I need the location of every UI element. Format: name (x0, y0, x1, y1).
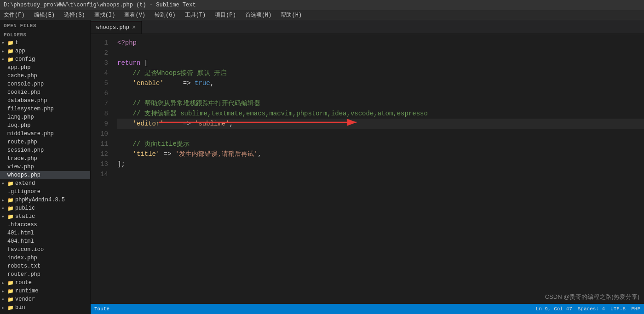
folder-vendor[interactable]: 📁 vendor (0, 295, 90, 303)
folder-config-label: config (15, 56, 35, 63)
title-bar: D:\phpstudy_pro\WWW\t\config\whoops.php … (0, 0, 644, 10)
arrow-route (2, 280, 7, 285)
file-favicon[interactable]: favicon.ico (0, 245, 90, 254)
code-line-3: return [ (117, 58, 644, 68)
code-line-9: 'editor' => 'sublime', (117, 119, 644, 129)
menu-file[interactable]: 文件(F) (2, 10, 27, 20)
file-app-php[interactable]: app.php (0, 63, 90, 72)
file-cache-php[interactable]: cache.php (0, 72, 90, 80)
folder-public[interactable]: 📁 public (0, 204, 90, 212)
folder-icon-route: 📁 (7, 280, 14, 286)
folder-vendor-label: vendor (15, 296, 35, 303)
folder-phpmyadmin[interactable]: 📁 phpMyAdmin4.8.5 (0, 196, 90, 204)
file-gitignore[interactable]: .gitignore (0, 188, 90, 196)
file-router-php[interactable]: router.php (0, 270, 90, 279)
status-toute: Toute (94, 306, 109, 312)
arrow-phpmyadmin (2, 198, 7, 203)
file-database-php[interactable]: database.php (0, 97, 90, 105)
code-line-6 (117, 88, 644, 98)
tab-whoops[interactable]: whoops.php × (91, 21, 142, 34)
file-middleware-php[interactable]: middleware.php (0, 130, 90, 138)
menu-find[interactable]: 查找(I) (92, 10, 117, 20)
arrow-bin (2, 305, 7, 310)
menu-goto[interactable]: 转到(G) (153, 10, 178, 20)
file-404[interactable]: 404.html (0, 237, 90, 245)
folder-icon-static: 📁 (7, 214, 14, 220)
file-index-php[interactable]: index.php (0, 254, 90, 262)
file-filesystem-php[interactable]: filesystem.php (0, 105, 90, 113)
menu-bar: 文件(F) 编辑(E) 选择(S) 查找(I) 查看(V) 转到(G) 工具(T… (0, 10, 644, 20)
file-401[interactable]: 401.html (0, 229, 90, 237)
file-session-php[interactable]: session.php (0, 146, 90, 154)
folder-config[interactable]: 📁 config (0, 55, 90, 63)
folder-icon-bin: 📁 (7, 305, 14, 311)
menu-project[interactable]: 项目(P) (213, 10, 238, 20)
arrow-extend (2, 181, 7, 186)
folder-runtime[interactable]: 📁 runtime (0, 287, 90, 295)
status-encoding: UTF-8 (610, 306, 626, 312)
code-line-14 (117, 169, 644, 179)
folder-icon-public: 📁 (7, 206, 14, 211)
folder-route-label: route (15, 280, 32, 286)
arrow-t (2, 40, 7, 46)
menu-tools[interactable]: 工具(T) (183, 10, 208, 20)
title-text: D:\phpstudy_pro\WWW\t\config\whoops.php … (4, 2, 196, 8)
file-cookie-php[interactable]: cookie.php (0, 88, 90, 97)
menu-help[interactable]: 帮助(H) (279, 10, 304, 20)
folder-t-label: t (15, 40, 18, 46)
menu-edit[interactable]: 编辑(E) (32, 10, 57, 20)
folder-icon-runtime: 📁 (7, 288, 14, 294)
folder-app[interactable]: 📁 app (0, 47, 90, 55)
folder-icon-config: 📁 (7, 57, 14, 63)
editor-container: whoops.php × 1 2 3 4 5 6 7 8 9 10 11 12 … (91, 20, 644, 314)
folder-extend[interactable]: 📁 extend (0, 179, 90, 188)
main-layout: OPEN FILES FOLDERS 📁 t 📁 app 📁 config ap… (0, 20, 644, 314)
arrow-config (2, 57, 7, 62)
code-line-13: ]; (117, 159, 644, 169)
folder-bin[interactable]: 📁 bin (0, 303, 90, 312)
tab-bar: whoops.php × (91, 20, 644, 34)
file-lang-php[interactable]: lang.php (0, 113, 90, 121)
file-whoops-php[interactable]: whoops.php (0, 171, 90, 179)
code-line-8: // 支持编辑器 sublime,textmate,emacs,macvim,p… (117, 108, 644, 119)
folder-composer[interactable]: 📁 composer (0, 312, 90, 314)
arrow-static (2, 214, 7, 219)
folder-t[interactable]: 📁 t (0, 39, 90, 47)
file-console-php[interactable]: console.php (0, 80, 90, 88)
folder-extend-label: extend (15, 180, 35, 187)
tab-whoops-label: whoops.php (96, 24, 129, 31)
folder-static[interactable]: 📁 static (0, 212, 90, 221)
menu-view[interactable]: 查看(V) (122, 10, 147, 20)
file-htaccess[interactable]: .htaccess (0, 221, 90, 229)
folder-phpmyadmin-label: phpMyAdmin4.8.5 (15, 197, 65, 203)
code-line-2 (117, 48, 644, 58)
sidebar: OPEN FILES FOLDERS 📁 t 📁 app 📁 config ap… (0, 20, 91, 314)
folder-icon-extend: 📁 (7, 181, 14, 187)
file-view-php[interactable]: view.php (0, 163, 90, 171)
arrow-public (2, 206, 7, 211)
file-trace-php[interactable]: trace.php (0, 154, 90, 163)
status-bar: Toute Ln 9, Col 47 Spaces: 4 UTF-8 PHP (91, 304, 644, 314)
status-spaces: Spaces: 4 (578, 306, 605, 312)
status-lang: PHP (631, 306, 640, 312)
tab-close-whoops[interactable]: × (132, 24, 136, 31)
arrow-vendor (2, 297, 7, 302)
folder-route[interactable]: 📁 route (0, 279, 90, 287)
status-right: Ln 9, Col 47 Spaces: 4 UTF-8 PHP (536, 306, 640, 312)
editor[interactable]: 1 2 3 4 5 6 7 8 9 10 11 12 13 14 <?php (91, 34, 644, 304)
code-line-5: 'enable' => true, (117, 78, 644, 88)
file-log-php[interactable]: log.php (0, 121, 90, 130)
file-robots[interactable]: robots.txt (0, 262, 90, 270)
code-line-10 (117, 129, 644, 139)
file-route-php[interactable]: route.php (0, 138, 90, 146)
menu-select[interactable]: 选择(S) (62, 10, 87, 20)
folders-label: FOLDERS (0, 29, 90, 39)
folder-bin-label: bin (15, 304, 25, 311)
folder-static-label: static (15, 213, 35, 220)
folder-icon-app: 📁 (7, 48, 14, 54)
menu-prefs[interactable]: 首选项(N) (243, 10, 274, 20)
code-area[interactable]: <?php return [ // 是否Whoops接管 默认 开启 'enab… (113, 34, 644, 304)
arrow-runtime (2, 289, 7, 294)
folder-runtime-label: runtime (15, 288, 38, 294)
code-line-1: <?php (117, 38, 644, 48)
